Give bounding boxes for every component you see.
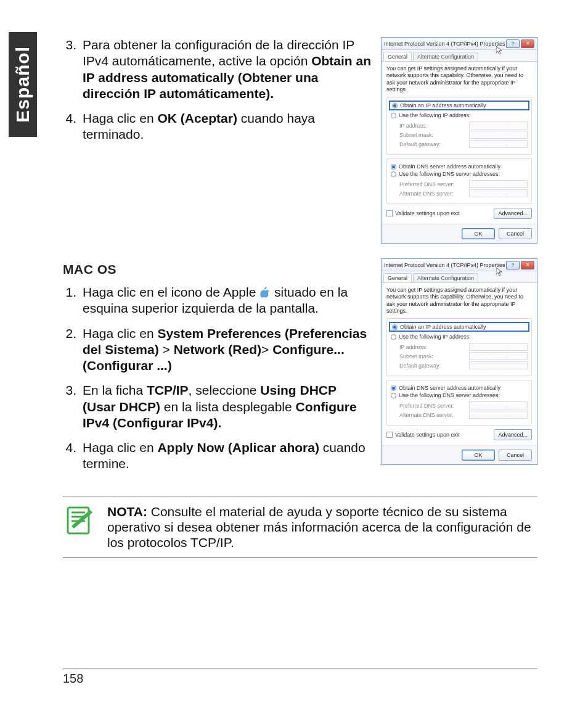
instruction-item: 3.Para obtener la configuración de la di…	[63, 37, 372, 102]
gateway-input[interactable]: . . .	[469, 361, 528, 369]
option-auto-dns[interactable]: Obtain DNS server address automatically	[391, 384, 528, 392]
dialog-titlebar: Internet Protocol Version 4 (TCP/IPv4) P…	[382, 259, 537, 271]
help-button[interactable]: ?	[506, 261, 520, 269]
cancel-button[interactable]: Cancel	[499, 228, 532, 239]
note-icon	[63, 504, 96, 537]
item-body: Haga clic en OK (Aceptar) cuando haya te…	[83, 110, 372, 143]
instruction-list-2: MAC OS 1.Haga clic en el icono de Apple …	[63, 258, 372, 481]
field-ip: IP address:. . .	[399, 343, 528, 351]
dialog-tabs: GeneralAlternate Configuration	[382, 271, 537, 283]
dialog-footer: OKCancel	[382, 445, 537, 464]
window-buttons: ?✕	[506, 39, 534, 48]
instruction-item: 4.Haga clic en OK (Aceptar) cuando haya …	[63, 110, 372, 143]
apple-icon	[259, 287, 271, 298]
tab-alternate[interactable]: Alternate Configuration	[413, 273, 478, 282]
field-gateway: Default gateway:. . .	[399, 361, 528, 369]
radio-icon	[392, 324, 398, 330]
ip-group: Obtain an IP address automaticallyUse th…	[386, 97, 532, 155]
field-pdns: Preferred DNS server:. . .	[399, 180, 528, 188]
cancel-button[interactable]: Cancel	[499, 450, 532, 461]
note-label: NOTA:	[107, 504, 147, 519]
item-body: Haga clic en el icono de Apple situado e…	[83, 284, 372, 317]
dialog-intro: You can get IP settings assigned automat…	[386, 65, 532, 93]
validate-checkbox[interactable]: Validate settings upon exit	[386, 432, 459, 438]
ipv4-properties-dialog: Internet Protocol Version 4 (TCP/IPv4) P…	[381, 37, 537, 244]
gateway-input[interactable]: . . .	[469, 140, 528, 148]
ok-button[interactable]: OK	[462, 450, 495, 461]
validate-checkbox[interactable]: Validate settings upon exit	[386, 210, 459, 216]
help-button[interactable]: ?	[506, 39, 520, 48]
dialog-title: Internet Protocol Version 4 (TCP/IPv4) P…	[384, 262, 506, 268]
field-gateway: Default gateway:. . .	[399, 140, 528, 148]
radio-icon	[391, 393, 396, 398]
radio-icon	[392, 103, 398, 109]
tab-general[interactable]: General	[383, 273, 412, 282]
option-manual-dns[interactable]: Use the following DNS server addresses:	[391, 392, 528, 399]
item-body: Para obtener la configuración de la dire…	[83, 37, 372, 102]
dialog-pane: You can get IP settings assigned automat…	[382, 283, 537, 445]
window-buttons: ?✕	[506, 261, 534, 269]
field-ip: IP address:. . .	[399, 121, 528, 130]
language-tab-label: Español	[12, 46, 33, 123]
page-number: 158	[63, 672, 83, 686]
note-text: NOTA: Consulte el material de ayuda y so…	[107, 504, 537, 551]
radio-icon	[391, 113, 396, 118]
item-body: Haga clic en System Preferences (Prefere…	[83, 326, 372, 374]
language-tab: Español	[9, 32, 37, 137]
option-manual-ip[interactable]: Use the following IP address:	[391, 333, 528, 340]
item-number: 3.	[63, 382, 76, 431]
radio-icon	[391, 171, 396, 177]
section-row-1: 3.Para obtener la configuración de la di…	[63, 37, 537, 244]
mask-input[interactable]: . . .	[469, 131, 528, 139]
item-number: 4.	[63, 110, 76, 143]
option-manual-dns[interactable]: Use the following DNS server addresses:	[391, 170, 528, 178]
radio-icon	[391, 385, 396, 391]
section-row-2: MAC OS 1.Haga clic en el icono de Apple …	[63, 258, 537, 481]
option-manual-ip[interactable]: Use the following IP address:	[391, 112, 528, 119]
dialog-footer: OKCancel	[382, 224, 537, 243]
dialog-title: Internet Protocol Version 4 (TCP/IPv4) P…	[384, 41, 506, 47]
instruction-item: 3.En la ficha TCP/IP, seleccione Using D…	[63, 382, 372, 431]
field-mask: Subnet mask:. . .	[399, 352, 528, 360]
dialog-intro: You can get IP settings assigned automat…	[386, 287, 532, 314]
item-number: 1.	[63, 284, 76, 317]
advanced-button[interactable]: Advanced...	[494, 208, 532, 219]
macos-heading: MAC OS	[63, 262, 372, 277]
note-block: NOTA: Consulte el material de ayuda y so…	[63, 496, 537, 559]
adns-input[interactable]: . . .	[469, 189, 528, 197]
option-auto-dns[interactable]: Obtain DNS server address automatically	[391, 163, 528, 170]
page-content: 3.Para obtener la configuración de la di…	[63, 37, 537, 558]
tab-general[interactable]: General	[383, 52, 412, 61]
instruction-item: 2.Haga clic en System Preferences (Prefe…	[63, 326, 372, 374]
field-pdns: Preferred DNS server:. . .	[399, 401, 528, 409]
adns-input[interactable]: . . .	[469, 411, 528, 419]
item-body: En la ficha TCP/IP, seleccione Using DHC…	[83, 382, 372, 431]
advanced-button[interactable]: Advanced...	[494, 429, 532, 440]
radio-icon	[391, 334, 396, 340]
pdns-input[interactable]: . . .	[469, 180, 528, 188]
option-auto-ip[interactable]: Obtain an IP address automatically	[389, 101, 529, 110]
ip-group: Obtain an IP address automaticallyUse th…	[386, 318, 532, 376]
item-body: Haga clic en Apply Now (Aplicar ahora) c…	[83, 440, 372, 472]
ip-input[interactable]: . . .	[469, 121, 528, 130]
validate-row: Validate settings upon exitAdvanced...	[386, 208, 532, 219]
cursor-icon	[496, 268, 502, 276]
option-auto-ip[interactable]: Obtain an IP address automatically	[389, 322, 529, 332]
tab-alternate[interactable]: Alternate Configuration	[413, 52, 478, 61]
close-button[interactable]: ✕	[521, 39, 534, 48]
field-adns: Alternate DNS server:. . .	[399, 411, 528, 419]
dns-group: Obtain DNS server address automaticallyU…	[386, 158, 532, 204]
close-button[interactable]: ✕	[521, 261, 534, 269]
instruction-list-1: 3.Para obtener la configuración de la di…	[63, 37, 372, 152]
mask-input[interactable]: . . .	[469, 352, 528, 360]
item-number: 3.	[63, 37, 76, 102]
ok-button[interactable]: OK	[462, 228, 495, 239]
ip-input[interactable]: . . .	[469, 343, 528, 351]
checkbox-icon	[386, 432, 393, 438]
pdns-input[interactable]: . . .	[469, 401, 528, 409]
item-number: 2.	[63, 326, 76, 374]
page-rule	[63, 668, 537, 668]
ipv4-properties-dialog: Internet Protocol Version 4 (TCP/IPv4) P…	[381, 258, 537, 465]
checkbox-icon	[386, 210, 393, 216]
validate-row: Validate settings upon exitAdvanced...	[386, 429, 532, 440]
